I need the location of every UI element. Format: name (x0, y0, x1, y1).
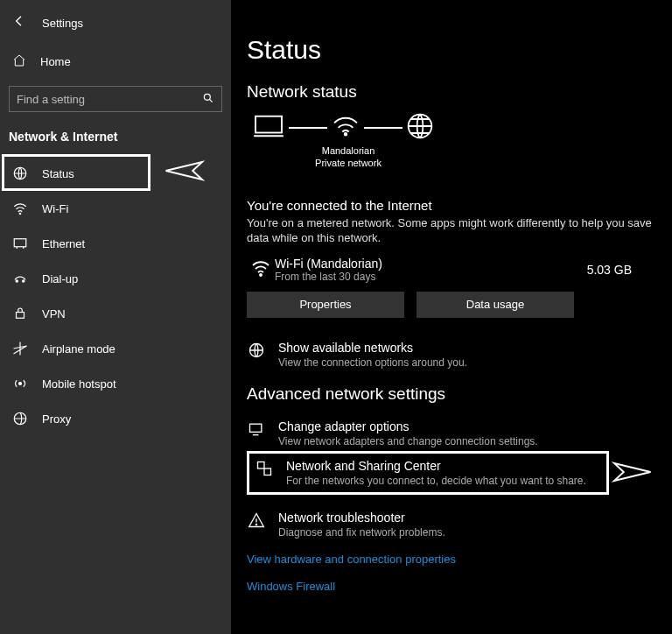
option-sub: Diagnose and fix network problems. (278, 526, 445, 539)
svg-rect-9 (256, 116, 282, 133)
home-nav[interactable]: Home (0, 44, 231, 79)
network-type: Private network (296, 157, 401, 169)
troubleshooter-row[interactable]: Network troubleshooter Diagnose and fix … (247, 511, 656, 539)
network-name: Mandalorian (296, 144, 401, 157)
globe-icon (406, 112, 434, 144)
svg-point-7 (19, 383, 22, 385)
sidebar-item-hotspot[interactable]: Mobile hotspot (0, 366, 231, 401)
hardware-link[interactable]: View hardware and connection properties (247, 553, 656, 566)
dialup-icon (12, 271, 28, 286)
sharing-center-highlight: Network and Sharing Center For the netwo… (247, 451, 609, 495)
adapter-options-row[interactable]: Change adapter options View network adap… (247, 419, 656, 447)
data-usage-value: 5.03 GB (587, 263, 656, 277)
sharing-center-row[interactable]: Network and Sharing Center For the netwo… (255, 459, 601, 487)
vpn-icon (12, 306, 28, 321)
option-title: Network and Sharing Center (286, 459, 586, 473)
svg-rect-16 (264, 468, 271, 476)
sidebar-item-vpn[interactable]: VPN (0, 296, 231, 331)
connected-body: You're on a metered network. Some apps m… (247, 216, 656, 246)
hotspot-icon (12, 376, 28, 391)
section-header: Network & Internet (0, 124, 231, 156)
nav-label: Wi-Fi (42, 202, 68, 215)
svg-rect-15 (258, 461, 265, 468)
wifi-sub: From the last 30 days (275, 271, 587, 283)
sidebar-item-status[interactable]: Status (0, 156, 231, 191)
sidebar-item-wifi[interactable]: Wi-Fi (0, 191, 231, 226)
wifi-name: Wi-Fi (Mandalorian) (275, 257, 587, 271)
warning-icon (247, 511, 266, 529)
ethernet-icon (12, 236, 28, 251)
option-title: Show available networks (278, 341, 467, 355)
pc-icon (252, 113, 285, 143)
option-sub: View network adapters and change connect… (278, 435, 538, 447)
airplane-icon (12, 341, 28, 356)
settings-title: Settings (42, 17, 83, 30)
globe-icon (247, 341, 266, 359)
network-diagram: Mandalorian Private network (247, 112, 656, 144)
wifi-icon (12, 201, 28, 216)
sidebar-item-dialup[interactable]: Dial-up (0, 261, 231, 296)
nav-label: Mobile hotspot (42, 377, 116, 391)
sidebar: Settings Home Find a setting Network & I… (0, 0, 231, 634)
svg-point-4 (16, 280, 18, 282)
svg-point-2 (19, 213, 21, 215)
properties-button[interactable]: Properties (247, 292, 404, 318)
arrow-indicator-icon (164, 158, 208, 184)
svg-rect-6 (17, 313, 24, 319)
firewall-link[interactable]: Windows Firewall (247, 580, 656, 593)
nav-label: VPN (42, 307, 66, 321)
nav-label: Dial-up (42, 272, 78, 285)
wifi-icon (331, 115, 360, 141)
globe-icon (12, 166, 28, 181)
nav-label: Proxy (42, 412, 71, 426)
advanced-heading: Advanced network settings (247, 384, 656, 404)
status-heading: Network status (247, 82, 656, 102)
nav-label: Ethernet (42, 237, 85, 250)
adapter-icon (247, 419, 266, 438)
sidebar-item-proxy[interactable]: Proxy (0, 401, 231, 436)
show-networks-row[interactable]: Show available networks View the connect… (247, 341, 656, 369)
data-usage-button[interactable]: Data usage (416, 292, 574, 318)
main-panel: Status Network status Mandalorian Privat… (231, 0, 672, 634)
home-label: Home (40, 55, 71, 68)
page-title: Status (247, 35, 656, 65)
search-icon (202, 92, 214, 107)
svg-rect-3 (14, 239, 26, 247)
option-sub: For the networks you connect to, decide … (286, 475, 586, 487)
option-title: Change adapter options (278, 419, 538, 433)
option-sub: View the connection options around you. (278, 356, 467, 369)
wifi-icon (250, 257, 275, 282)
search-placeholder: Find a setting (17, 93, 85, 106)
wifi-usage-row: Wi-Fi (Mandalorian) From the last 30 day… (247, 257, 656, 283)
search-input[interactable]: Find a setting (9, 86, 222, 112)
svg-point-5 (23, 280, 24, 282)
option-title: Network troubleshooter (278, 511, 445, 525)
proxy-icon (12, 411, 28, 426)
sharing-icon (255, 459, 274, 477)
svg-point-10 (345, 133, 347, 136)
nav-label: Airplane mode (42, 342, 116, 356)
sidebar-item-airplane[interactable]: Airplane mode (0, 331, 231, 366)
svg-point-17 (256, 524, 256, 525)
svg-point-12 (260, 274, 262, 276)
home-icon (12, 53, 26, 70)
svg-rect-14 (250, 424, 262, 432)
arrow-indicator-icon (612, 461, 652, 487)
back-button[interactable] (9, 14, 30, 32)
connected-title: You're connected to the Internet (247, 198, 656, 213)
sidebar-item-ethernet[interactable]: Ethernet (0, 226, 231, 261)
nav-label: Status (42, 167, 74, 180)
svg-point-0 (204, 94, 210, 100)
